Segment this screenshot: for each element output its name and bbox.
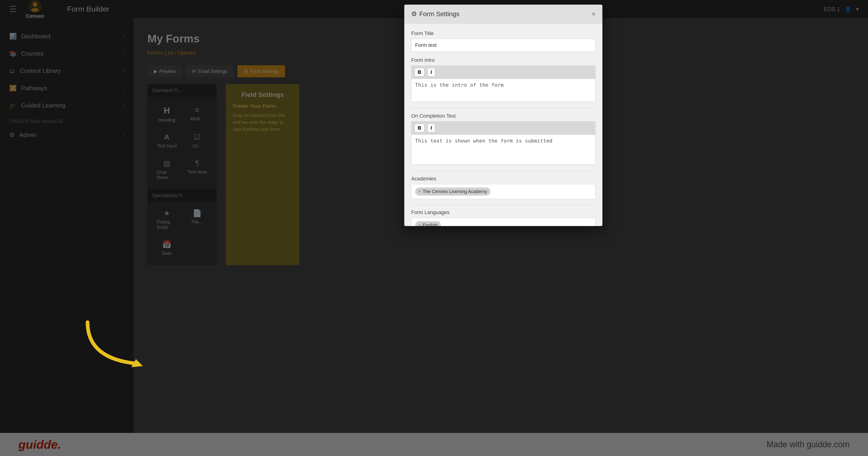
completion-text-group: On Completion Text B I This text is show…: [411, 113, 595, 165]
form-intro-textarea[interactable]: This is the intro of the form: [411, 79, 595, 102]
academies-tag-container: × The Censeo Learning Academy: [411, 184, 595, 199]
academies-label: Academies: [411, 176, 595, 182]
modal-close-button[interactable]: ×: [592, 10, 595, 18]
tag-remove-icon[interactable]: ×: [418, 189, 421, 194]
form-intro-label: Form Intro: [411, 57, 595, 63]
form-settings-modal: ⚙ Form Settings × Form Title Form Intro …: [404, 5, 602, 226]
academy-tag: × The Censeo Learning Academy: [415, 188, 490, 196]
modal-header: ⚙ Form Settings ×: [404, 5, 602, 24]
settings-icon: ⚙: [411, 10, 417, 18]
modal-title: ⚙ Form Settings: [411, 10, 459, 18]
intro-toolbar: B I: [411, 65, 595, 79]
form-languages-label: Form Languages: [411, 209, 595, 216]
academies-group: Academies × The Censeo Learning Academy: [411, 176, 595, 199]
form-languages-group: Form Languages × English: [411, 209, 595, 226]
languages-tag-container: × English: [411, 218, 595, 226]
form-title-group: Form Title: [411, 30, 595, 52]
arrow-annotation: [74, 318, 166, 377]
completion-text-label: On Completion Text: [411, 113, 595, 119]
form-intro-group: Form Intro B I This is the intro of the …: [411, 57, 595, 103]
bold-button-intro[interactable]: B: [415, 68, 424, 76]
completion-text-textarea[interactable]: This text is shown when the form is subm…: [411, 135, 595, 165]
language-tag-remove-icon[interactable]: ×: [418, 223, 421, 226]
form-title-input[interactable]: [411, 39, 595, 52]
bold-button-completion[interactable]: B: [415, 124, 424, 132]
completion-toolbar: B I: [411, 121, 595, 135]
language-tag: × English: [415, 221, 441, 226]
form-title-label: Form Title: [411, 30, 595, 36]
modal-body: Form Title Form Intro B I This is the in…: [404, 24, 602, 226]
italic-button-intro[interactable]: I: [428, 68, 435, 76]
italic-button-completion[interactable]: I: [428, 124, 435, 132]
